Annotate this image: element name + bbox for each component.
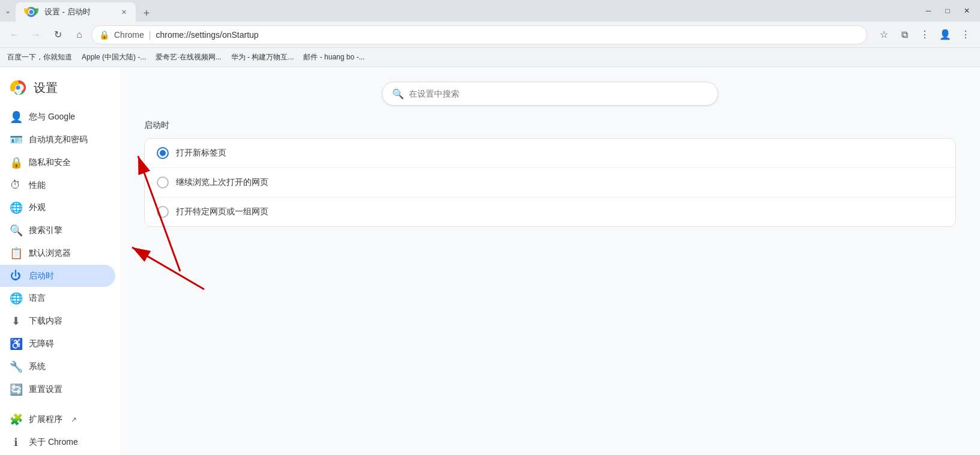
- option-specific-label: 打开特定网页或一组网页: [176, 206, 268, 217]
- bookmark-huawei-label: 华为 - 构建万物互...: [231, 52, 294, 62]
- title-bar: ⌄ 设置 - 启动时 ✕ + ─ □ ✕: [0, 0, 980, 22]
- minimize-button[interactable]: ─: [920, 2, 937, 19]
- performance-icon: ⏱: [10, 179, 22, 191]
- svg-line-10: [132, 247, 204, 289]
- accessibility-icon: ♿: [10, 337, 22, 351]
- tab-search-button[interactable]: ⧉: [895, 25, 914, 44]
- sidebar-label-extensions: 扩展程序: [29, 414, 62, 425]
- address-separator: |: [149, 30, 151, 40]
- search-icon: 🔍: [10, 224, 22, 237]
- new-tab-button[interactable]: +: [138, 5, 155, 22]
- search-input[interactable]: [409, 89, 708, 98]
- sidebar-label-reset: 重置设置: [29, 384, 62, 395]
- browser-icon: 📋: [10, 247, 22, 260]
- bookmark-mail[interactable]: 邮件 - huang bo -...: [303, 52, 364, 62]
- back-button[interactable]: ←: [5, 25, 24, 44]
- menu-button[interactable]: ⋮: [956, 25, 975, 44]
- search-bar[interactable]: 🔍: [382, 82, 718, 106]
- address-url: chrome://settings/onStartup: [156, 30, 859, 40]
- sidebar-label-language: 语言: [29, 293, 46, 304]
- bookmark-mail-label: 邮件 - huang bo -...: [303, 52, 364, 62]
- tab-favicon: [23, 4, 40, 20]
- sidebar-item-downloads[interactable]: ⬇ 下载内容: [0, 310, 115, 333]
- bookmark-button[interactable]: ☆: [874, 25, 894, 44]
- sidebar-item-google[interactable]: 👤 您与 Google: [0, 106, 115, 128]
- appearance-icon: 🌐: [10, 201, 22, 214]
- sidebar-label-performance: 性能: [29, 180, 46, 191]
- sidebar-label-about: 关于 Chrome: [29, 437, 78, 448]
- chrome-logo-icon: [10, 79, 26, 96]
- sidebar-label-privacy: 隐私和安全: [29, 157, 71, 168]
- option-continue[interactable]: 继续浏览上次打开的网页: [145, 168, 955, 197]
- profile-button[interactable]: 👤: [936, 25, 955, 44]
- bookmarks-bar: 百度一下，你就知道 Apple (中国大陆) -... 爱奇艺·在线视频网...…: [0, 48, 980, 67]
- radio-continue[interactable]: [157, 176, 169, 188]
- sidebar-item-about[interactable]: ℹ 关于 Chrome: [0, 431, 115, 454]
- download-icon: ⬇: [10, 315, 22, 328]
- svg-point-3: [29, 10, 34, 14]
- sidebar-label-autofill: 自动填充和密码: [29, 134, 88, 145]
- sidebar-item-reset[interactable]: 🔄 重置设置: [0, 378, 115, 401]
- sidebar-label-google: 您与 Google: [29, 112, 75, 122]
- sidebar-item-startup[interactable]: ⏻ 启动时: [0, 265, 115, 287]
- sidebar-item-privacy[interactable]: 🔒 隐私和安全: [0, 151, 115, 174]
- sidebar-item-system[interactable]: 🔧 系统: [0, 355, 115, 378]
- tab-strip: 设置 - 启动时 ✕ +: [16, 0, 920, 22]
- dropdown-icon[interactable]: ⌄: [5, 7, 11, 15]
- extensions-icon: 🧩: [10, 413, 22, 426]
- startup-options-card: 打开新标签页 继续浏览上次打开的网页 打开特定网页或一组网页: [144, 138, 956, 227]
- reset-icon: 🔄: [10, 383, 22, 396]
- forward-button[interactable]: →: [26, 25, 46, 44]
- sidebar-item-accessibility[interactable]: ♿ 无障碍: [0, 333, 115, 355]
- option-continue-label: 继续浏览上次打开的网页: [176, 177, 268, 188]
- toolbar-icons: ☆ ⧉ ⋮ 👤 ⋮: [874, 25, 975, 44]
- sidebar-label-search: 搜索引擎: [29, 225, 62, 236]
- person-icon: 👤: [10, 110, 22, 124]
- address-bar[interactable]: 🔒 Chrome | chrome://settings/onStartup: [91, 25, 867, 44]
- sidebar-item-appearance[interactable]: 🌐 外观: [0, 196, 115, 219]
- power-icon: ⏻: [10, 270, 22, 282]
- radio-new-tab[interactable]: [157, 147, 169, 159]
- maximize-button[interactable]: □: [939, 2, 956, 19]
- system-icon: 🔧: [10, 360, 22, 373]
- info-icon: ℹ: [10, 436, 22, 449]
- bookmark-iqiyi[interactable]: 爱奇艺·在线视频网...: [156, 52, 221, 62]
- nav-bar: ← → ↻ ⌂ 🔒 Chrome | chrome://settings/onS…: [0, 22, 980, 48]
- bookmark-baidu-label: 百度一下，你就知道: [7, 52, 72, 62]
- option-new-tab[interactable]: 打开新标签页: [145, 139, 955, 168]
- sidebar-item-extensions[interactable]: 🧩 扩展程序 ↗: [0, 408, 115, 431]
- radio-new-tab-fill: [160, 150, 166, 156]
- sidebar-logo: 设置: [0, 72, 120, 106]
- refresh-button[interactable]: ↻: [48, 25, 67, 44]
- sidebar-title: 设置: [34, 80, 58, 96]
- sidebar-label-accessibility: 无障碍: [29, 339, 54, 349]
- sidebar-label-default-browser: 默认浏览器: [29, 248, 71, 259]
- sidebar-item-search[interactable]: 🔍 搜索引擎: [0, 219, 115, 242]
- card-icon: 🪪: [10, 133, 22, 146]
- external-link-icon: ↗: [71, 415, 77, 424]
- extensions-button[interactable]: ⋮: [915, 25, 934, 44]
- svg-point-6: [16, 86, 20, 90]
- option-specific[interactable]: 打开特定网页或一组网页: [145, 197, 955, 226]
- sidebar-label-startup: 启动时: [29, 271, 54, 282]
- site-name: Chrome: [114, 30, 144, 40]
- bookmark-huawei[interactable]: 华为 - 构建万物互...: [231, 52, 294, 62]
- home-button[interactable]: ⌂: [70, 25, 89, 44]
- radio-specific[interactable]: [157, 206, 169, 218]
- tab-close-button[interactable]: ✕: [119, 7, 129, 17]
- bookmark-baidu[interactable]: 百度一下，你就知道: [7, 52, 72, 62]
- close-button[interactable]: ✕: [958, 2, 975, 19]
- bookmark-apple[interactable]: Apple (中国大陆) -...: [82, 52, 146, 62]
- sidebar-item-default-browser[interactable]: 📋 默认浏览器: [0, 242, 115, 265]
- sidebar-item-language[interactable]: 🌐 语言: [0, 287, 115, 310]
- search-bar-wrapper: 🔍: [144, 82, 956, 106]
- sidebar-item-autofill[interactable]: 🪪 自动填充和密码: [0, 128, 115, 151]
- sidebar-label-downloads: 下载内容: [29, 316, 62, 327]
- sidebar-label-system: 系统: [29, 361, 46, 372]
- sidebar-label-appearance: 外观: [29, 202, 46, 213]
- active-tab[interactable]: 设置 - 启动时 ✕: [16, 2, 136, 22]
- main-content: 设置 👤 您与 Google 🪪 自动填充和密码 🔒 隐私和安全 ⏱ 性能 🌐: [0, 67, 980, 455]
- settings-content: 🔍 启动时 打开新标签页 继续浏览上次打开的网页: [120, 67, 980, 455]
- lock-icon: 🔒: [99, 30, 109, 40]
- sidebar-item-performance[interactable]: ⏱ 性能: [0, 174, 115, 196]
